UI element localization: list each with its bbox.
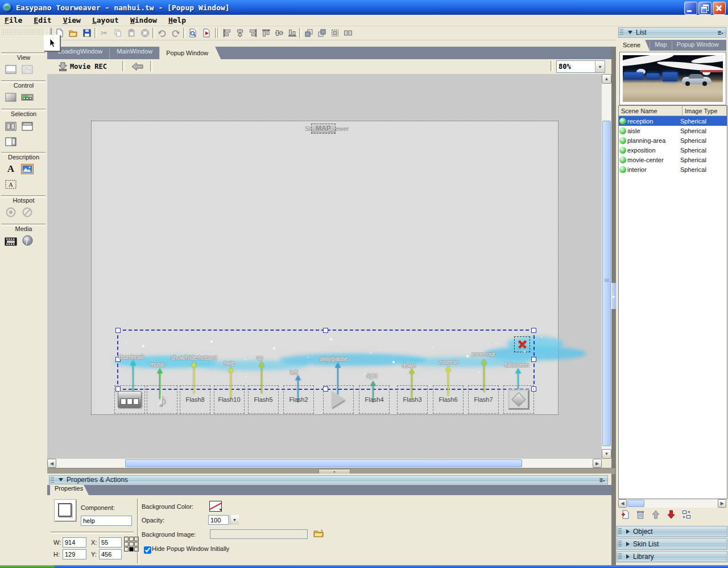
list-collapse-arrow-icon[interactable] xyxy=(628,31,632,34)
zoom-level-combobox[interactable]: ▼ xyxy=(556,60,605,73)
minimize-button[interactable] xyxy=(684,2,697,15)
textarea-tool-icon[interactable]: A xyxy=(4,178,18,191)
background-image-input[interactable] xyxy=(210,529,308,539)
panel-object[interactable]: Object xyxy=(617,526,727,537)
control-bar-tool-icon[interactable] xyxy=(20,91,34,104)
flash4-component-button[interactable]: Flash4 xyxy=(359,385,390,414)
scroll-up-button[interactable]: ▲ xyxy=(602,74,611,84)
vertical-scroll-thumb[interactable] xyxy=(602,121,611,446)
opacity-dropdown-arrow[interactable]: ▼ xyxy=(230,515,239,525)
panel-collapse-handle[interactable]: ▶ xyxy=(611,283,616,309)
movie-rec-button[interactable]: Movie REC xyxy=(55,61,110,72)
label-zoom-in[interactable]: zoom in xyxy=(439,359,458,365)
align-left-icon[interactable] xyxy=(221,27,233,39)
copy-icon[interactable] xyxy=(111,27,124,39)
label-help[interactable]: help xyxy=(224,360,235,367)
hotspot-link-icon[interactable] xyxy=(20,206,34,219)
menu-window[interactable]: Window xyxy=(130,16,157,24)
collapse-arrow-icon[interactable] xyxy=(59,478,63,481)
list-header[interactable]: List ≡▾ xyxy=(618,27,726,38)
label-right[interactable]: right xyxy=(366,373,377,379)
scene-list-scrollbar[interactable]: ◀ ▶ xyxy=(618,499,726,508)
start-button[interactable] xyxy=(0,565,55,568)
fullscreen-component-button[interactable] xyxy=(503,385,534,414)
move-up-icon[interactable] xyxy=(650,509,661,520)
scroll-left-button[interactable]: ◀ xyxy=(47,459,56,468)
selection-thumbnail-tool-icon[interactable] xyxy=(4,120,18,133)
column-scene-name[interactable]: Scene Name xyxy=(619,106,682,116)
tab-properties[interactable]: Properties xyxy=(50,485,89,495)
header-grip[interactable] xyxy=(51,477,54,483)
send-to-back-icon[interactable] xyxy=(316,27,328,39)
align-bottom-icon[interactable] xyxy=(286,27,299,39)
panel-skin-list[interactable]: Skin List xyxy=(617,538,727,550)
flash10-component-button[interactable]: Flash10 xyxy=(214,385,245,414)
label-play-pause[interactable]: play/pause xyxy=(320,356,348,362)
open-folder-icon[interactable] xyxy=(67,27,80,39)
column-image-type[interactable]: Image Type xyxy=(682,106,727,116)
redo-icon[interactable] xyxy=(169,27,182,39)
scene-scroll-left-button[interactable]: ◀ xyxy=(618,499,627,508)
scene-row-interior[interactable]: interior Spherical xyxy=(619,164,727,174)
back-arrow-button[interactable] xyxy=(129,61,147,72)
menu-help[interactable]: Help xyxy=(168,16,186,24)
play-component-button[interactable] xyxy=(323,385,354,414)
zoom-dropdown-arrow[interactable]: ▼ xyxy=(595,61,605,72)
scene-row-reception[interactable]: reception Spherical xyxy=(619,116,727,126)
view-window-tool-icon[interactable] xyxy=(4,63,18,76)
reorder-scenes-icon[interactable] xyxy=(681,509,692,520)
save-icon[interactable] xyxy=(81,27,93,39)
label-thumbnail[interactable]: thumbnail xyxy=(119,354,143,360)
label-show-hide-hotspot[interactable]: show/hide hotspot xyxy=(171,355,217,361)
header-menu-icon[interactable]: ≡▾ xyxy=(599,477,605,483)
menu-file[interactable]: File xyxy=(5,16,22,24)
tab-popup-window-list[interactable]: Popup Window xyxy=(672,41,723,51)
scene-row-planning-area[interactable]: planning-area Spherical xyxy=(619,135,727,145)
selection-list-tool-icon[interactable] xyxy=(4,135,18,148)
canvas-horizontal-scrollbar[interactable]: ◀ ▶ xyxy=(47,459,602,468)
flash6-component-button[interactable]: Flash6 xyxy=(433,385,464,414)
image-tool-icon[interactable] xyxy=(20,163,34,175)
text-tool-icon[interactable]: A xyxy=(4,163,18,175)
selection-combo-tool-icon[interactable] xyxy=(20,120,34,133)
scroll-down-button[interactable]: ▼ xyxy=(602,449,611,459)
selection-handle[interactable] xyxy=(323,328,328,333)
selection-handle[interactable] xyxy=(531,357,536,362)
taskbar[interactable] xyxy=(0,565,728,568)
flash5-component-button[interactable]: Flash5 xyxy=(248,385,279,414)
browse-folder-icon[interactable] xyxy=(312,528,325,538)
width-input[interactable] xyxy=(63,537,86,548)
close-button[interactable] xyxy=(713,2,726,15)
canvas-vertical-scrollbar[interactable]: ▲ ▼ xyxy=(602,74,611,459)
component-name-input[interactable] xyxy=(81,516,132,526)
flash8-component-button[interactable]: Flash8 xyxy=(180,385,210,414)
thumbnail-component-button[interactable] xyxy=(114,385,145,414)
scene-row-movie-center[interactable]: movie-center Spherical xyxy=(619,155,727,164)
site-map-element[interactable]: Site MAP viewer xyxy=(305,122,349,135)
paste-icon[interactable] xyxy=(125,27,138,39)
select-tool-button[interactable] xyxy=(44,35,60,51)
publish-icon[interactable] xyxy=(200,27,213,39)
label-up[interactable]: up xyxy=(257,355,263,361)
properties-header[interactable]: Properties & Actions ≡▾ xyxy=(49,475,608,484)
hotspot-target-icon[interactable] xyxy=(4,206,18,219)
menu-edit[interactable]: Edit xyxy=(34,16,51,24)
selection-handle[interactable] xyxy=(115,328,121,333)
bring-to-front-icon[interactable] xyxy=(303,27,315,39)
tab-scene[interactable]: Scene xyxy=(618,40,650,51)
tab-map[interactable]: Map xyxy=(650,41,671,51)
flash2-component-button[interactable]: Flash2 xyxy=(283,385,314,414)
align-center-icon[interactable] xyxy=(234,27,246,39)
music-component-button[interactable]: ♪ xyxy=(147,385,177,414)
hide-popup-checkbox[interactable] xyxy=(144,546,151,554)
add-scene-icon[interactable] xyxy=(619,509,631,520)
align-middle-icon[interactable] xyxy=(273,27,286,39)
flash-tool-icon[interactable]: f xyxy=(20,234,34,246)
menu-view[interactable]: View xyxy=(63,16,81,24)
map-button[interactable]: MAP xyxy=(311,124,336,134)
align-right-icon[interactable] xyxy=(247,27,259,39)
label-fullscreen[interactable]: fullscreen xyxy=(504,362,529,368)
label-music[interactable]: music xyxy=(150,361,165,368)
delete-icon[interactable] xyxy=(139,27,151,39)
align-top-icon[interactable] xyxy=(260,27,272,39)
